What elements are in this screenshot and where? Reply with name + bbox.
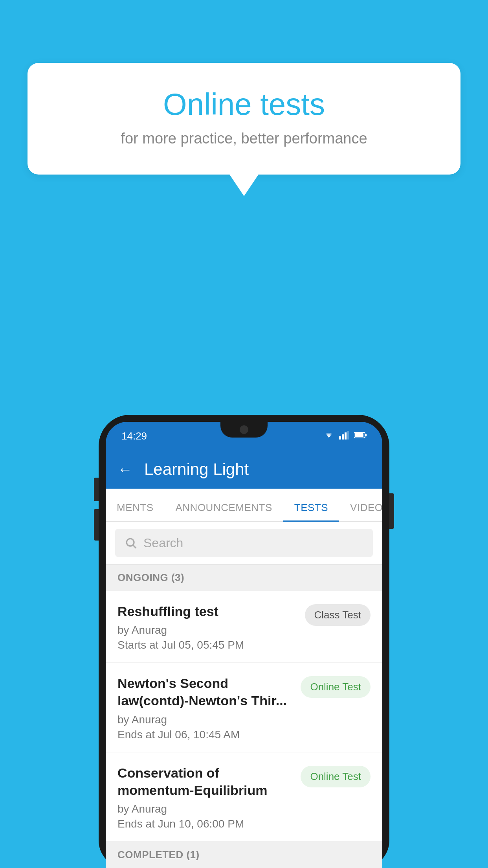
test-info-newton: Newton's Second law(contd)-Newton's Thir… — [117, 675, 293, 741]
svg-rect-5 — [365, 434, 367, 436]
test-by-conservation: by Anurag — [117, 803, 293, 815]
app-header-title: Learning Light — [144, 460, 249, 479]
search-bar[interactable]: Search — [115, 529, 373, 557]
tab-announcements[interactable]: ANNOUNCEMENTS — [165, 502, 283, 521]
svg-rect-6 — [355, 433, 363, 437]
test-badge-reshuffling: Class Test — [305, 604, 371, 626]
status-icons — [323, 430, 367, 441]
power-button — [389, 493, 394, 529]
tabs-bar: MENTS ANNOUNCEMENTS TESTS VIDEOS — [106, 489, 382, 522]
svg-point-7 — [127, 539, 134, 546]
volume-down-button — [94, 509, 99, 541]
phone-mockup: 14:29 — [99, 415, 389, 868]
tab-tests[interactable]: TESTS — [283, 502, 339, 521]
test-item-conservation[interactable]: Conservation of momentum-Equilibrium by … — [106, 752, 382, 842]
test-item-newton[interactable]: Newton's Second law(contd)-Newton's Thir… — [106, 663, 382, 752]
test-info-conservation: Conservation of momentum-Equilibrium by … — [117, 764, 293, 830]
ongoing-section-header: ONGOING (3) — [106, 565, 382, 591]
tab-ments[interactable]: MENTS — [106, 502, 165, 521]
completed-title: COMPLETED (1) — [117, 849, 200, 861]
test-date-reshuffling: Starts at Jul 05, 05:45 PM — [117, 639, 297, 651]
status-bar: 14:29 — [106, 422, 382, 450]
test-date-conservation: Ends at Jun 10, 06:00 PM — [117, 818, 293, 830]
test-badge-newton: Online Test — [301, 676, 371, 698]
svg-line-8 — [133, 545, 136, 548]
app-header: ← Learning Light — [106, 450, 382, 489]
camera — [240, 425, 248, 434]
battery-icon — [354, 432, 367, 440]
svg-rect-0 — [339, 436, 341, 440]
test-name-conservation: Conservation of momentum-Equilibrium — [117, 764, 293, 799]
speech-bubble: Online tests for more practice, better p… — [28, 63, 460, 175]
speech-bubble-container: Online tests for more practice, better p… — [28, 63, 460, 175]
test-list: Reshuffling test by Anurag Starts at Jul… — [106, 591, 382, 842]
svg-rect-1 — [342, 434, 344, 440]
wifi-icon — [323, 430, 334, 441]
test-item-reshuffling[interactable]: Reshuffling test by Anurag Starts at Jul… — [106, 591, 382, 663]
search-icon — [125, 537, 137, 549]
phone-outer: 14:29 — [99, 415, 389, 868]
volume-up-button — [94, 478, 99, 501]
svg-rect-2 — [345, 432, 347, 440]
signal-icon — [339, 431, 349, 441]
test-by-reshuffling: by Anurag — [117, 624, 297, 636]
search-placeholder: Search — [143, 536, 183, 550]
test-date-newton: Ends at Jul 06, 10:45 AM — [117, 728, 293, 741]
completed-section-header: COMPLETED (1) — [106, 842, 382, 868]
tab-videos[interactable]: VIDEOS — [339, 502, 382, 521]
bubble-subtitle: for more practice, better performance — [59, 130, 429, 147]
notch — [220, 422, 268, 438]
test-badge-conservation: Online Test — [301, 766, 371, 787]
test-info-reshuffling: Reshuffling test by Anurag Starts at Jul… — [117, 603, 297, 651]
ongoing-title: ONGOING (3) — [117, 572, 184, 583]
test-by-newton: by Anurag — [117, 714, 293, 726]
app-screen: ← Learning Light MENTS ANNOUNCEMENTS TES… — [106, 450, 382, 868]
svg-rect-3 — [347, 431, 349, 440]
status-time: 14:29 — [121, 430, 147, 442]
search-container: Search — [106, 522, 382, 565]
test-name-reshuffling: Reshuffling test — [117, 603, 297, 620]
bubble-title: Online tests — [59, 86, 429, 122]
test-name-newton: Newton's Second law(contd)-Newton's Thir… — [117, 675, 293, 709]
back-button[interactable]: ← — [117, 461, 132, 478]
